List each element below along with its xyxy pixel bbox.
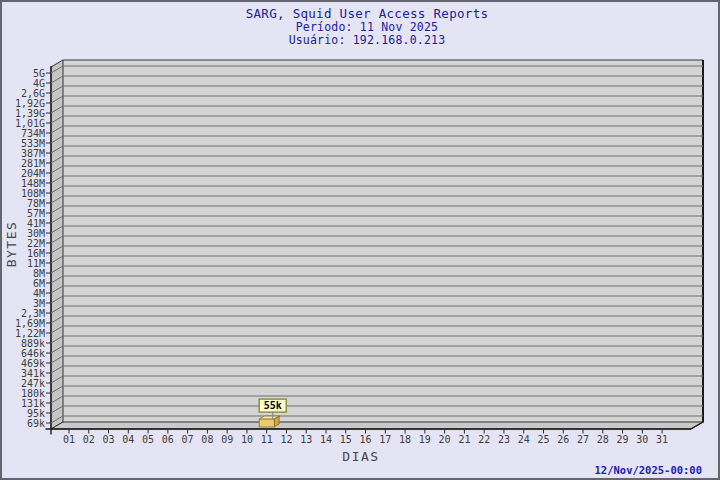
y-tick-label: 69k: [27, 418, 45, 429]
chart-title: SARG, Squid User Access Reports: [246, 6, 489, 21]
sarg-report-chart: SARG, Squid User Access Reports Período:…: [0, 0, 720, 480]
x-tick-label: 02: [83, 434, 95, 445]
plot-svg: SARG, Squid User Access Reports Período:…: [2, 2, 720, 480]
x-tick-label: 01: [63, 434, 75, 445]
x-tick-label: 23: [498, 434, 510, 445]
x-tick-label: 11: [261, 434, 273, 445]
y-axis-title: BYTES: [4, 221, 19, 268]
x-tick-label: 19: [419, 434, 431, 445]
x-tick-label: 17: [379, 434, 391, 445]
x-tick-label: 27: [577, 434, 589, 445]
plot-back-plane: [63, 60, 703, 422]
x-tick-label: 04: [122, 434, 134, 445]
x-tick-label: 30: [636, 434, 648, 445]
plot-floor: [51, 422, 703, 429]
data-label-text: 55k: [264, 400, 282, 411]
x-tick-label: 21: [458, 434, 470, 445]
y-ticks: [46, 73, 51, 423]
generated-timestamp: 12/Nov/2025-00:00: [595, 464, 702, 476]
x-tick-label: 29: [617, 434, 629, 445]
x-tick-label: 22: [478, 434, 490, 445]
x-tick-label: 26: [557, 434, 569, 445]
x-tick-label: 13: [300, 434, 312, 445]
x-tick-label: 06: [162, 434, 174, 445]
x-tick-label: 25: [537, 434, 549, 445]
y-tick-labels: 5G4G2,6G1,92G1,39G1,01G734M533M387M281M2…: [15, 68, 45, 429]
x-tick-label: 05: [142, 434, 154, 445]
chart-subtitle-user: Usuário: 192.168.0.213: [289, 33, 446, 47]
x-tick-label: 09: [221, 434, 233, 445]
x-tick-label: 16: [360, 434, 372, 445]
bars: [259, 416, 279, 427]
x-tick-label: 20: [439, 434, 451, 445]
x-tick-label: 07: [182, 434, 194, 445]
x-tick-label: 12: [280, 434, 292, 445]
x-tick-label: 03: [103, 434, 115, 445]
x-tick-label: 18: [399, 434, 411, 445]
x-tick-label: 31: [656, 434, 668, 445]
bar-front-face: [259, 419, 274, 427]
x-tick-label: 15: [340, 434, 352, 445]
plot-left-wall: [51, 60, 63, 429]
x-tick-label: 10: [241, 434, 253, 445]
x-tick-label: 24: [518, 434, 530, 445]
x-tick-label: 28: [597, 434, 609, 445]
bar-day-11: [259, 416, 279, 427]
x-axis-title: DIAS: [342, 449, 379, 464]
x-tick-label: 08: [201, 434, 213, 445]
x-tick-label: 14: [320, 434, 332, 445]
x-tick-labels: 0102030405060708091011121314151617181920…: [63, 434, 668, 445]
